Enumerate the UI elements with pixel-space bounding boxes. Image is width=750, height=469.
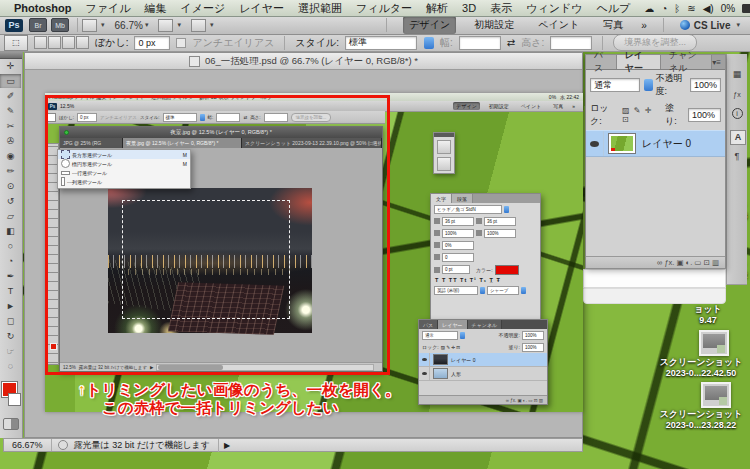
path-select-tool[interactable]: ► [0, 299, 21, 313]
antialias-select[interactable]: シャープ [487, 286, 519, 295]
type-tool[interactable]: T [0, 284, 21, 298]
quick-mask-button[interactable] [3, 418, 19, 430]
inner-workspace-paint[interactable]: ペイント [518, 102, 544, 110]
panel-menu-icon[interactable]: ▾≡ [712, 55, 725, 69]
inner-tab-layers[interactable]: レイヤー [438, 320, 467, 329]
inner-workspace-photo[interactable]: 写真 [550, 102, 566, 110]
fill-value[interactable]: 100% [688, 108, 721, 122]
zoom-tool[interactable]: ◌ [0, 359, 21, 373]
layer-thumbnail[interactable] [608, 133, 636, 154]
document-titlebar[interactable]: 06_一括処理.psd @ 66.7% (レイヤー 0, RGB/8*) * [25, 53, 582, 70]
workspace-paint[interactable]: ペイント [532, 16, 585, 34]
stepper-icon[interactable] [644, 79, 652, 91]
visibility-toggle[interactable] [586, 131, 604, 156]
style-select[interactable]: 標準 [345, 36, 417, 50]
inner-workspace-default[interactable]: 初期設定 [486, 102, 512, 110]
cloud-status-icon[interactable]: ☁ [644, 3, 654, 14]
font-size-field[interactable]: 36 pt [442, 217, 474, 226]
menu-window[interactable]: ウィンドウ [526, 1, 582, 16]
feather-field[interactable]: 0 px [134, 36, 170, 50]
inner-layer-name[interactable]: 人形 [451, 371, 461, 377]
status-zoom-field[interactable]: 66.67% [4, 439, 52, 451]
document-canvas-image[interactable]: Photoshop ファイル 編集 イメージ レイヤー 選択範囲 フィルター 解… [45, 93, 583, 412]
stepper-icon[interactable] [504, 206, 509, 213]
tsume-field[interactable]: 0% [442, 241, 474, 250]
tab-paths[interactable]: パス [586, 55, 617, 69]
inner-workspace-more-icon[interactable]: » [572, 103, 575, 109]
arrange-documents-button[interactable]: ▾ [158, 19, 181, 32]
desktop-icon-label[interactable]: スクリーンショット 2023-0...22.42.50 [652, 357, 750, 379]
inner-lock-icons[interactable]: ▨ ✎ ✛ ⊡ [441, 345, 460, 350]
antialias-checkbox[interactable] [176, 38, 186, 48]
eyedropper-tool[interactable]: ✇ [0, 134, 21, 148]
battery-icon[interactable] [742, 4, 750, 13]
character-panel-icon[interactable]: A [730, 130, 746, 145]
tracking-field[interactable]: 0 [442, 253, 474, 262]
rotate-3d-tool[interactable]: ↻ [0, 329, 21, 343]
move-tool[interactable]: ✛ [0, 59, 21, 73]
menu-select[interactable]: 選択範囲 [298, 1, 342, 16]
stepper-icon[interactable] [460, 332, 465, 339]
bridge-icon[interactable]: Br [29, 18, 47, 32]
brush-tool[interactable]: ✏ [0, 164, 21, 178]
dodge-tool[interactable]: ◔ [0, 254, 21, 268]
opacity-value[interactable]: 100% [690, 78, 721, 92]
layer-name[interactable]: レイヤー 0 [642, 137, 691, 151]
inner-layer-row[interactable]: 人形 [419, 367, 547, 381]
desktop-icon-label-partial[interactable]: ョット 9.47 [668, 304, 748, 326]
workspace-photo[interactable]: 写真 [597, 16, 629, 34]
menu-filter[interactable]: フィルター [356, 1, 412, 16]
workspace-default[interactable]: 初期設定 [468, 16, 520, 34]
blend-mode-select[interactable]: 通常 [590, 78, 640, 92]
inner-tab-channels[interactable]: チャンネル [468, 320, 503, 329]
time-machine-icon[interactable]: ◔ [661, 3, 667, 14]
baseline-field[interactable]: 0 pt [442, 265, 470, 274]
crop-tool[interactable]: ✂ [0, 119, 21, 133]
pen-tool[interactable]: ✒ [0, 269, 21, 283]
inner-blend-select[interactable]: 通常 [422, 331, 458, 340]
lock-icons[interactable]: ▨ ✎ ✛ ⊡ [622, 106, 662, 124]
mini-panel-header[interactable] [434, 133, 454, 137]
width-field[interactable] [459, 36, 501, 50]
shape-tool[interactable]: ◻ [0, 314, 21, 328]
type-style-buttons[interactable]: T T TT Tt T¹ T₁ T̲ Ŧ [431, 276, 540, 284]
tab-paragraph[interactable]: 段落 [452, 194, 473, 203]
inner-fill-value[interactable]: 100% [522, 343, 544, 352]
height-field[interactable] [550, 36, 592, 50]
blur-tool[interactable]: ○ [0, 239, 21, 253]
inner-layer-thumbnail[interactable] [433, 368, 448, 379]
tools-palette-header[interactable] [0, 52, 22, 59]
mini-bridge-icon[interactable]: Mb [51, 18, 69, 32]
ps-logo-icon[interactable]: Ps [5, 19, 23, 32]
inner-tab-paths[interactable]: パス [419, 320, 438, 329]
inner-layer-row-selected[interactable]: レイヤー 0 [419, 353, 547, 367]
workspace-design[interactable]: デザイン [403, 16, 456, 34]
bluetooth-icon[interactable]: ᛒ [674, 3, 680, 14]
menu-help[interactable]: ヘルプ [596, 1, 630, 16]
styles-panel-icon[interactable]: ƒx [730, 88, 744, 101]
panel-bottom-bar[interactable]: ∞ ƒx. ▣ ◐. ▭ ⊡ ▥ [586, 256, 725, 268]
gradient-tool[interactable]: ◧ [0, 224, 21, 238]
menu-analysis[interactable]: 解析 [426, 1, 448, 16]
selection-mode-icons[interactable] [34, 36, 89, 49]
desktop-screenshot-icon[interactable] [701, 382, 731, 408]
tab-layers[interactable]: レイヤー [617, 55, 661, 69]
refine-edge-button[interactable]: 境界線を調整... [613, 34, 697, 51]
horizontal-scale-field[interactable]: 100% [484, 229, 516, 238]
healing-tool[interactable]: ◉ [0, 149, 21, 163]
tab-character[interactable]: 文字 [431, 194, 452, 203]
inner-opacity-value[interactable]: 100% [522, 331, 544, 340]
menu-view[interactable]: 表示 [490, 1, 512, 16]
inner-visibility-toggle[interactable] [419, 353, 430, 366]
quick-select-tool[interactable]: ✎ [0, 104, 21, 118]
tool-preset-icon[interactable]: ⬚ [4, 35, 28, 51]
font-family-select[interactable]: ヒラギノ角ゴ StdN [434, 205, 502, 214]
zoom-level-button[interactable]: 66.7%▾ [115, 20, 149, 31]
inner-mini-panel[interactable] [433, 132, 455, 174]
screen-mode-button[interactable]: ▾ [191, 19, 214, 32]
menu-layer[interactable]: レイヤー [239, 1, 284, 16]
mini-panel-icon[interactable] [437, 157, 451, 171]
menu-3d[interactable]: 3D [462, 2, 476, 14]
text-color-swatch[interactable] [495, 265, 519, 275]
tab-channels[interactable]: チャンネル [661, 55, 712, 69]
